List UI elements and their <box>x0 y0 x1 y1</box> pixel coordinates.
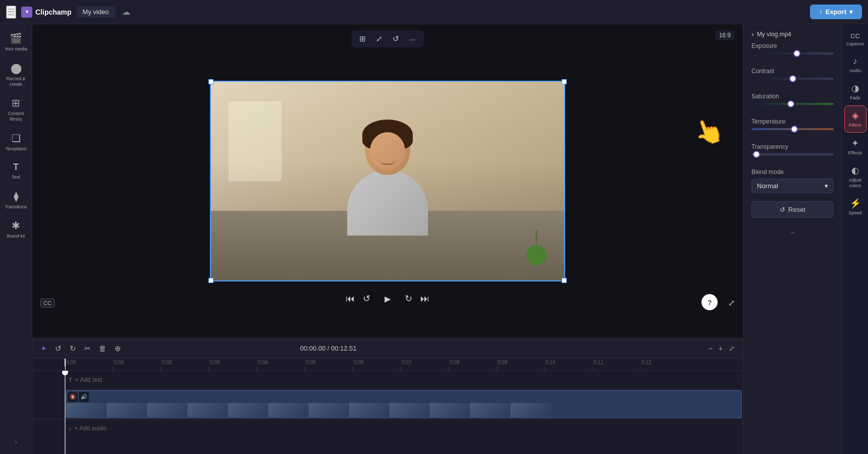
thumbnail-7 <box>349 403 390 417</box>
aspect-ratio-badge: 16:9 <box>715 30 735 40</box>
contrast-slider[interactable] <box>751 78 834 80</box>
thumbnail-8 <box>390 403 430 417</box>
blend-mode-select[interactable]: Normal ▾ <box>751 179 834 193</box>
exposure-slider[interactable] <box>751 52 834 54</box>
sidebar-item-templates[interactable]: ❑ Templates <box>2 128 30 156</box>
tab-title[interactable]: My video <box>77 6 115 18</box>
topbar-right: ↑ Export ▾ <box>810 5 862 19</box>
cut-button[interactable]: ✂ <box>82 343 93 354</box>
exposure-section: Exposure <box>743 42 842 68</box>
timeline-add-button[interactable]: ✦ <box>38 343 49 354</box>
add-audio-row[interactable]: ♪ + Add audio <box>32 419 743 437</box>
temperature-slider[interactable] <box>751 128 834 130</box>
add-to-timeline-button[interactable]: ⊕ <box>113 343 123 354</box>
sidebar-item-label: Your media <box>5 46 27 52</box>
record-create-icon: ⬤ <box>11 62 22 74</box>
rewind-button[interactable]: ↺ <box>363 293 370 304</box>
topbar: ☰ ✦ Clipchamp My video ☁ ↑ Export ▾ <box>0 0 868 24</box>
brand-kit-icon: ✱ <box>12 219 20 232</box>
help-button[interactable]: ? <box>701 294 718 310</box>
export-icon: ↑ <box>819 8 823 16</box>
center-area: ⊞ ⤢ ↺ ··· 16:9 <box>32 24 743 454</box>
resize-button[interactable]: ⤢ <box>373 33 386 44</box>
fullscreen-button[interactable]: ⤢ <box>728 298 735 308</box>
handle-bottom-left[interactable] <box>208 278 213 283</box>
reset-button[interactable]: ↺ Reset <box>751 201 834 218</box>
handle-top-left[interactable] <box>208 79 213 84</box>
zoom-fit-button[interactable]: ⤢ <box>727 344 737 354</box>
person-head <box>365 125 410 175</box>
panel-btn-captions[interactable]: CC Captions <box>844 28 866 51</box>
preview-area: ⊞ ⤢ ↺ ··· 16:9 <box>32 24 743 338</box>
play-button[interactable]: ▶ <box>378 290 397 308</box>
zoom-in-button[interactable]: + <box>717 344 725 354</box>
track-sound-button[interactable]: 🔊 <box>79 392 89 402</box>
add-text-row[interactable]: T + Add text <box>32 371 743 389</box>
video-track-content[interactable]: 🔇 🔊 <box>66 390 742 418</box>
delete-button[interactable]: 🗑 <box>97 343 108 354</box>
panel-btn-effects[interactable]: ✦ Effects <box>844 134 866 160</box>
sidebar-item-transitions[interactable]: ⧫ Transitions <box>2 186 30 214</box>
rotate-button[interactable]: ↺ <box>390 33 402 44</box>
transparency-slider[interactable] <box>751 153 834 155</box>
adjust-colors-label: Adjust colors <box>845 178 865 189</box>
thumbnail-6 <box>309 403 349 417</box>
more-options-button[interactable]: ··· <box>406 33 419 44</box>
cloud-icon: ☁ <box>122 7 130 17</box>
effects-label: Effects <box>848 150 862 156</box>
fade-icon: ◑ <box>851 83 859 94</box>
sidebar-item-record-create[interactable]: ⬤ Record & create <box>2 58 30 91</box>
menu-button[interactable]: ☰ <box>6 6 16 19</box>
transparency-thumb[interactable] <box>753 151 760 158</box>
exposure-track <box>751 52 834 54</box>
playback-bar: ⏮ ↺ ▶ ↻ ⏭ <box>346 290 429 308</box>
thumbnail-0 <box>67 403 107 417</box>
saturation-thumb[interactable] <box>787 100 794 107</box>
sidebar-collapse-btn[interactable]: › <box>15 438 17 450</box>
transparency-section: Transparency <box>743 143 842 168</box>
panel-btn-fade[interactable]: ◑ Fade <box>844 79 866 105</box>
thumbnail-11 <box>511 403 551 417</box>
sidebar-item-brand-kit[interactable]: ✱ Brand kit <box>2 215 30 243</box>
temperature-thumb[interactable] <box>791 126 798 133</box>
time-display: 00:00.00 / 00:12.51 <box>300 345 357 352</box>
sidebar-item-label: Text <box>12 175 20 180</box>
thumbnail-10 <box>470 403 511 417</box>
undo-button[interactable]: ↺ <box>53 343 64 354</box>
logo-icon: ✦ <box>21 7 32 18</box>
sidebar-item-text[interactable]: T Text <box>2 158 30 184</box>
exposure-thumb[interactable] <box>793 50 800 57</box>
plant-element <box>526 230 547 270</box>
ruler-mark: 0:12 <box>640 366 688 370</box>
redo-button[interactable]: ↻ <box>68 343 78 354</box>
panel-header: ▪ My vlog.mp4 <box>743 24 842 42</box>
crop-button[interactable]: ⊞ <box>356 33 369 44</box>
reset-label: Reset <box>788 206 805 213</box>
export-label: Export <box>826 8 846 16</box>
panel-btn-filters[interactable]: ◈ Filters <box>844 105 866 133</box>
track-mute-button[interactable]: 🔇 <box>68 392 78 402</box>
skip-to-end-button[interactable]: ⏭ <box>420 294 429 304</box>
handle-bottom-right[interactable] <box>562 278 567 283</box>
zoom-out-button[interactable]: − <box>707 344 715 354</box>
captions-icon: CC <box>850 32 860 40</box>
skip-to-start-button[interactable]: ⏮ <box>346 294 355 304</box>
temperature-section: Temperature <box>743 118 842 143</box>
export-button[interactable]: ↑ Export ▾ <box>810 5 862 19</box>
contrast-thumb[interactable] <box>789 75 796 82</box>
audio-label: Audio <box>849 68 861 74</box>
panel-btn-audio[interactable]: ♪ Audio <box>844 52 866 78</box>
sidebar-item-your-media[interactable]: 🎬 Your media <box>2 28 30 56</box>
panel-btn-speed[interactable]: ⚡ Speed <box>844 194 866 220</box>
fast-forward-button[interactable]: ↻ <box>405 293 412 304</box>
cc-button[interactable]: CC <box>40 299 55 308</box>
left-sidebar: 🎬 Your media ⬤ Record & create ⊞ Content… <box>0 24 32 454</box>
contrast-section: Contrast <box>743 68 842 93</box>
panel-btn-adjust-colors[interactable]: ◐ Adjust colors <box>844 161 866 193</box>
add-audio-label: + Add audio <box>75 425 107 432</box>
handle-top-right[interactable] <box>562 79 567 84</box>
timeline-tracks: T + Add text 🔇 🔊 <box>32 371 743 454</box>
saturation-slider[interactable] <box>751 103 834 105</box>
saturation-label: Saturation <box>751 93 834 100</box>
sidebar-item-content-library[interactable]: ⊞ Content library <box>2 93 30 126</box>
